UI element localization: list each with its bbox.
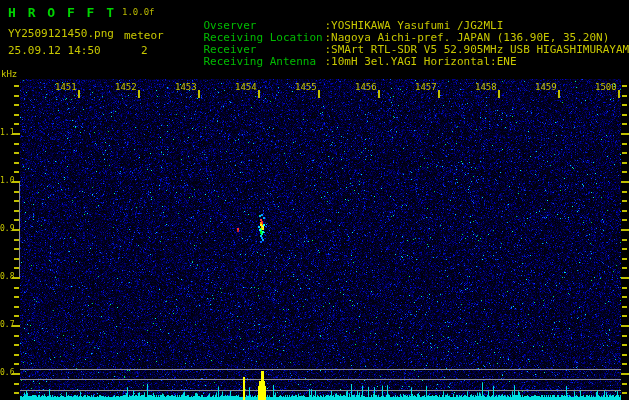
freq-label: 1.0 [0,177,14,185]
time-label: 1458 [475,83,497,92]
time-label: 1500 [595,83,617,92]
info-row-antenna: Receiving Antenna:10mH 3el.YAGI Horizont… [177,45,517,78]
echo-count: 2 [141,45,148,56]
mode-label: meteor [124,30,164,41]
freq-label: 0.9 [0,225,14,233]
app-version: 1.0.0f [122,8,155,17]
freq-label: 0.6 [0,369,14,377]
time-label: 1454 [235,83,257,92]
freq-label: 1.1 [0,129,14,137]
freq-label: 0.8 [0,273,14,281]
time-label: 1453 [175,83,197,92]
time-label: 1456 [355,83,377,92]
output-filename: YY2509121450.png [8,28,114,39]
time-label: 1451 [55,83,77,92]
time-label: 1457 [415,83,437,92]
info-label: Receiving Antenna [204,56,325,67]
app-title: H R O F F T [8,6,116,19]
freq-label: 0.7 [0,321,14,329]
time-label: 1455 [295,83,317,92]
time-label: 1452 [115,83,137,92]
info-value: :10mH 3el.YAGI Horizontal:ENE [325,55,517,68]
hrofft-window: H R O F F T 1.0.0f YY2509121450.png mete… [0,0,629,400]
y-axis-unit: kHz [1,70,17,79]
timestamp: 25.09.12 14:50 [8,45,101,56]
time-label: 1459 [535,83,557,92]
